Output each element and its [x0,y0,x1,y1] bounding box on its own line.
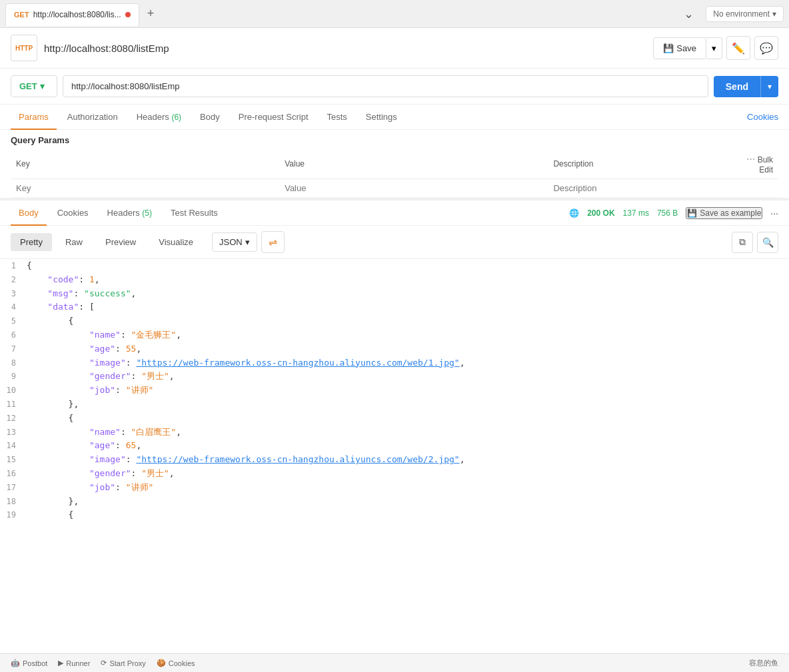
json-line-18: 18 }, [0,495,789,509]
col-header-key: Key [11,149,279,179]
view-visualize-button[interactable]: Visualize [149,233,203,251]
tab-method-badge: GET [14,11,29,19]
send-dropdown-button[interactable]: ▾ [760,76,778,97]
request-header: HTTP http://localhost:8080/listEmp 💾 Sav… [0,28,789,69]
json-viewer[interactable]: 1 { 2 "code": 1, 3 "msg": "success", 4 "… [0,259,789,519]
query-params-section: Query Params Key Value Description ··· B… [0,130,789,198]
chevron-down-icon: ▾ [772,9,776,19]
json-line-15: 15 "image": "https://web-framework.oss-c… [0,453,789,467]
save-example-button[interactable]: 💾 Save as example [686,207,762,219]
active-tab[interactable]: GET http://localhost:8080/lis... [5,3,139,26]
method-icon: HTTP [11,35,37,61]
view-raw-button[interactable]: Raw [56,233,92,251]
save-button[interactable]: 💾 Save [653,37,706,59]
tab-headers[interactable]: Headers (6) [129,105,189,130]
response-size: 756 B [657,208,678,218]
copy-button[interactable]: ⧉ [732,232,753,253]
url-input[interactable] [63,75,708,97]
tab-tests[interactable]: Tests [319,105,355,130]
search-button[interactable]: 🔍 [757,232,778,253]
comment-button[interactable]: 💬 [754,36,778,60]
bulk-edit-button[interactable]: Bulk Edit [758,155,773,174]
request-tabs: Params Authorization Headers (6) Body Pr… [0,105,789,130]
headers-badge: (6) [171,113,181,122]
resp-headers-badge: (5) [142,208,152,218]
params-empty-row [11,179,778,198]
params-table: Key Value Description ··· Bulk Edit [11,149,778,198]
resp-toolbar-right: ⧉ 🔍 [732,232,778,253]
tab-bar-right: ⌄ No environment ▾ [676,2,784,26]
resp-tab-test-results[interactable]: Test Results [163,201,226,226]
response-time: 137 ms [623,208,649,218]
save-label: Save [676,43,696,53]
response-toolbar: Pretty Raw Preview Visualize JSON ▾ ⇌ ⧉ … [0,226,789,259]
response-status-info: 🌐 200 OK 137 ms 756 B 💾 Save as example … [569,207,778,219]
cookies-link[interactable]: Cookies [747,105,778,129]
query-params-title: Query Params [11,135,778,145]
unsaved-dot [125,12,131,17]
send-button-group: Send ▾ [714,76,778,97]
wrap-button[interactable]: ⇌ [261,231,285,253]
env-label: No environment [713,9,770,19]
format-chevron-icon: ▾ [245,237,250,247]
json-line-6: 6 "name": "金毛狮王", [0,328,789,342]
col-header-actions: ··· Bulk Edit [740,149,778,179]
col-header-value: Value [279,149,548,179]
header-actions: 💾 Save ▾ ✏️ 💬 [653,36,778,60]
json-line-10: 10 "job": "讲师" [0,384,789,398]
send-button[interactable]: Send [714,76,760,97]
description-input[interactable] [553,183,734,193]
globe-icon: 🌐 [569,208,579,218]
json-line-2: 2 "code": 1, [0,273,789,287]
json-line-8: 8 "image": "https://web-framework.oss-cn… [0,356,789,370]
json-line-12: 12 { [0,412,789,426]
save-icon: 💾 [663,43,674,53]
response-section: Body Cookies Headers (5) Test Results 🌐 … [0,198,789,519]
json-line-14: 14 "age": 65, [0,439,789,453]
tab-authorization[interactable]: Authorization [59,105,126,130]
json-line-3: 3 "msg": "success", [0,287,789,301]
method-value: GET [19,81,37,91]
format-value: JSON [219,237,243,247]
json-line-19: 19 { [0,508,789,519]
json-line-4: 4 "data": [ [0,300,789,314]
dropdown-button[interactable]: ⌄ [676,2,700,26]
tab-pre-request-script[interactable]: Pre-request Script [231,105,317,130]
format-select[interactable]: JSON ▾ [212,232,257,252]
json-line-7: 7 "age": 55, [0,342,789,356]
add-tab-button[interactable]: + [142,4,160,23]
view-preview-button[interactable]: Preview [96,233,145,251]
save-dropdown-button[interactable]: ▾ [706,37,722,59]
json-line-13: 13 "name": "白眉鹰王", [0,426,789,440]
more-options-button[interactable]: ··· [770,208,778,218]
key-input[interactable] [16,183,274,193]
resp-tab-headers[interactable]: Headers (5) [99,201,160,226]
tab-body[interactable]: Body [192,105,228,130]
method-select[interactable]: GET ▾ [11,75,57,97]
request-title: http://localhost:8080/listEmp [44,43,646,54]
env-selector[interactable]: No environment ▾ [706,6,784,22]
json-line-9: 9 "gender": "男士", [0,370,789,384]
json-line-17: 17 "job": "讲师" [0,481,789,495]
resp-tab-body[interactable]: Body [11,201,47,226]
method-chevron-icon: ▾ [40,81,45,91]
json-line-5: 5 { [0,314,789,328]
col-header-description: Description [548,149,740,179]
tab-settings[interactable]: Settings [358,105,405,130]
save-button-group: 💾 Save ▾ [653,37,722,59]
status-code: 200 OK [587,208,614,218]
save-example-icon: 💾 [687,208,697,218]
tab-url: http://localhost:8080/lis... [33,10,121,19]
response-tabs-bar: Body Cookies Headers (5) Test Results 🌐 … [0,200,789,226]
json-line-11: 11 }, [0,398,789,412]
tab-bar: GET http://localhost:8080/lis... + ⌄ No … [0,0,789,28]
view-pretty-button[interactable]: Pretty [11,233,52,251]
edit-button[interactable]: ✏️ [726,36,750,60]
url-bar: GET ▾ Send ▾ [0,69,789,105]
json-line-16: 16 "gender": "男士", [0,467,789,481]
json-line-1: 1 { [0,259,789,273]
http-label: HTTP [15,45,33,52]
tab-params[interactable]: Params [11,105,57,130]
resp-tab-cookies[interactable]: Cookies [49,201,97,226]
value-input[interactable] [285,183,542,193]
